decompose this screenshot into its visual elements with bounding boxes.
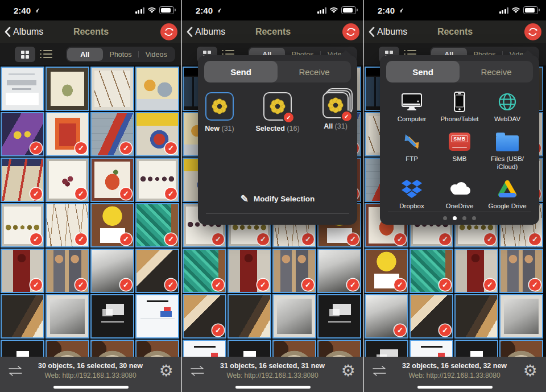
destination-smb[interactable]: SMBSMB <box>436 131 483 171</box>
photo-thumbnail[interactable] <box>228 340 271 357</box>
page-dot[interactable] <box>462 216 466 220</box>
settings-gear-button[interactable]: ⚙ <box>339 363 357 379</box>
photo-thumbnail[interactable]: ✓ <box>183 294 226 339</box>
photo-thumbnail[interactable] <box>499 294 543 339</box>
tab-send[interactable]: Send <box>386 61 460 82</box>
send-option-all[interactable]: ✓All (31) <box>315 92 356 133</box>
photo-thumbnail[interactable]: ✓ <box>135 112 179 156</box>
destination-computer[interactable]: Computer <box>388 91 436 123</box>
photo-thumbnail[interactable] <box>272 340 316 357</box>
segment-photos[interactable]: Photos <box>103 48 139 61</box>
photo-thumbnail[interactable]: ✓ <box>1 158 44 202</box>
photo-thumbnail[interactable]: ✓ <box>183 249 226 293</box>
home-indicator[interactable] <box>235 386 311 389</box>
photo-thumbnail[interactable] <box>365 340 408 357</box>
destination-ftp[interactable]: FTP <box>388 131 436 171</box>
photo-thumbnail[interactable]: ✓ <box>365 249 408 293</box>
photo-image <box>274 295 315 337</box>
photo-thumbnail[interactable] <box>183 340 226 357</box>
photo-thumbnail[interactable] <box>90 67 134 111</box>
grid-view-button[interactable] <box>15 47 35 62</box>
photo-thumbnail[interactable]: ✓ <box>410 249 453 293</box>
settings-gear-button[interactable]: ⚙ <box>157 363 175 379</box>
photo-thumbnail[interactable]: ✓ <box>46 158 89 202</box>
modify-selection-label: Modify Selection <box>254 195 315 203</box>
photo-thumbnail[interactable] <box>135 67 179 111</box>
refresh-button[interactable] <box>342 23 359 40</box>
page-dot[interactable] <box>443 216 447 220</box>
tab-send[interactable]: Send <box>204 61 278 82</box>
photo-thumbnail[interactable] <box>46 294 89 339</box>
destination-webdav[interactable]: WebDAV <box>483 91 531 123</box>
photo-thumbnail[interactable]: ✓ <box>135 158 179 202</box>
photo-thumbnail[interactable]: ✓ <box>365 294 408 339</box>
battery-icon <box>523 6 538 14</box>
selected-check-badge: ✓ <box>439 279 451 291</box>
segment-videos[interactable]: Videos <box>138 48 174 61</box>
photo-thumbnail[interactable]: ✓ <box>46 203 89 247</box>
back-button-albums[interactable]: Albums <box>0 27 43 37</box>
view-toolbar: All Photos Videos <box>0 43 182 65</box>
page-dot[interactable] <box>453 216 457 220</box>
photo-thumbnail[interactable]: ✓ <box>90 249 134 293</box>
photo-thumbnail[interactable] <box>135 294 179 339</box>
photo-thumbnail[interactable]: ✓ <box>90 203 134 247</box>
photo-thumbnail[interactable] <box>1 67 44 111</box>
photo-thumbnail[interactable] <box>135 340 179 357</box>
refresh-button[interactable] <box>524 23 541 40</box>
photo-thumbnail[interactable]: ✓ <box>1 249 44 293</box>
destination-phone[interactable]: Phone/Tablet <box>436 91 483 123</box>
photo-thumbnail[interactable]: ✓ <box>46 112 89 156</box>
photo-thumbnail[interactable]: ✓ <box>317 249 361 293</box>
back-button-albums[interactable]: Albums <box>182 27 225 37</box>
tab-receive[interactable]: Receive <box>460 61 533 82</box>
photo-thumbnail[interactable] <box>46 67 89 111</box>
photo-thumbnail[interactable] <box>317 340 361 357</box>
photo-thumbnail[interactable] <box>90 294 134 339</box>
send-option-selected[interactable]: ✓Selected (16) <box>257 92 298 133</box>
photo-thumbnail[interactable]: ✓ <box>90 158 134 202</box>
photo-thumbnail[interactable]: ✓ <box>410 294 453 339</box>
photo-thumbnail[interactable] <box>1 340 44 357</box>
photo-thumbnail[interactable] <box>410 340 453 357</box>
photo-thumbnail[interactable]: ✓ <box>228 249 271 293</box>
list-view-button[interactable] <box>38 47 58 62</box>
photo-thumbnail[interactable]: ✓ <box>272 249 316 293</box>
photo-thumbnail[interactable]: ✓ <box>135 203 179 247</box>
back-button-albums[interactable]: Albums <box>364 27 407 37</box>
photo-thumbnail[interactable]: ✓ <box>1 112 44 156</box>
photo-thumbnail[interactable] <box>228 294 271 339</box>
page-dot[interactable] <box>472 216 476 220</box>
transfer-arrows-icon[interactable] <box>371 364 388 378</box>
segment-all[interactable]: All <box>67 48 103 61</box>
destination-onedrive[interactable]: OneDrive <box>436 178 483 211</box>
photo-thumbnail[interactable] <box>272 294 316 339</box>
photo-thumbnail[interactable]: ✓ <box>90 112 134 156</box>
photo-thumbnail[interactable] <box>454 294 498 339</box>
destination-files[interactable]: Files (USB/ iCloud) <box>483 131 531 171</box>
photo-thumbnail[interactable] <box>454 340 498 357</box>
photo-thumbnail[interactable] <box>46 340 89 357</box>
photo-thumbnail[interactable] <box>90 340 134 357</box>
photo-thumbnail[interactable] <box>499 340 543 357</box>
photo-thumbnail[interactable]: ✓ <box>499 249 543 293</box>
destination-label: WebDAV <box>494 115 520 123</box>
photo-thumbnail[interactable]: ✓ <box>1 203 44 247</box>
send-option-new[interactable]: New (31) <box>199 92 240 133</box>
settings-gear-button[interactable]: ⚙ <box>521 363 539 379</box>
photo-thumbnail[interactable] <box>1 294 44 339</box>
destination-gdrive[interactable]: Google Drive <box>483 178 531 211</box>
photo-thumbnail[interactable]: ✓ <box>46 249 89 293</box>
navigation-bar: Albums Recents <box>364 20 546 43</box>
photo-thumbnail[interactable]: ✓ <box>454 249 498 293</box>
home-indicator[interactable] <box>417 386 493 389</box>
photo-thumbnail[interactable]: ✓ <box>135 249 179 293</box>
home-indicator[interactable] <box>53 386 129 389</box>
tab-receive[interactable]: Receive <box>278 61 351 82</box>
destination-dropbox[interactable]: Dropbox <box>388 178 436 211</box>
transfer-arrows-icon[interactable] <box>7 364 24 378</box>
refresh-button[interactable] <box>160 23 177 40</box>
photo-thumbnail[interactable] <box>317 294 361 339</box>
transfer-arrows-icon[interactable] <box>189 364 206 378</box>
modify-selection-button[interactable]: ✎ Modify Selection <box>198 193 357 205</box>
